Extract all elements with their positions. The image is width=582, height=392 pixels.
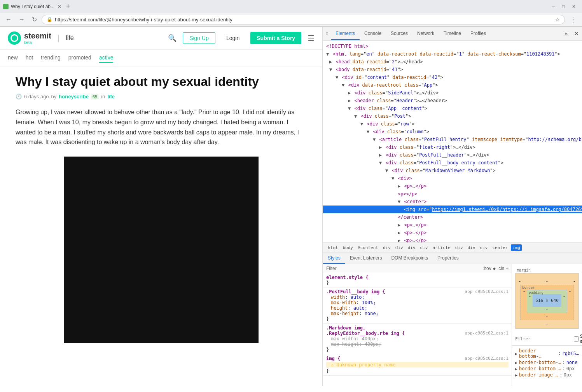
tree-line-center-close[interactable]: </center> <box>323 213 582 221</box>
close-window-button[interactable]: ✕ <box>569 3 579 10</box>
tree-line-div-app[interactable]: ▼ <div data-reactroot class="App"> <box>323 81 582 89</box>
tree-line-p1[interactable]: ▶ <p>…</p> <box>323 182 582 190</box>
life-link[interactable]: life <box>66 35 73 42</box>
bc-content[interactable]: #content <box>356 244 380 251</box>
new-tab-button[interactable]: + <box>66 2 70 10</box>
sub-tab-properties[interactable]: Properties <box>433 253 463 264</box>
bp-triangle-1[interactable]: ▶ <box>515 352 517 356</box>
tree-line-html[interactable]: ▼ <html lang="en" data-reactroot data-re… <box>323 50 582 58</box>
html-tree[interactable]: <!DOCTYPE html> ▼ <html lang="en" data-r… <box>323 41 582 243</box>
devtools-close-button[interactable]: ✕ <box>571 27 582 40</box>
triangle-head[interactable]: ▶ <box>329 59 332 64</box>
sub-tab-dom-breakpoints[interactable]: DOM Breakpoints <box>386 253 433 264</box>
tree-line-body[interactable]: ▼ <body data-reactid="41"> <box>323 66 582 73</box>
tree-line-postfull-header[interactable]: ▶ <div class="PostFull__header">…</div> <box>323 151 582 159</box>
tree-line-float-right[interactable]: ▶ <div class="float-right">…</div> <box>323 143 582 151</box>
tree-line-head[interactable]: ▶ <head data-reactid="2">…</head> <box>323 58 582 66</box>
show-all-checkbox[interactable] <box>574 336 579 341</box>
add-rule-button[interactable]: + <box>506 266 509 271</box>
bc-div1[interactable]: div <box>381 244 392 251</box>
tree-line-article[interactable]: ▼ <article class="PostFull hentry" items… <box>323 136 582 143</box>
bc-div7[interactable]: div <box>479 244 489 251</box>
bookmark-button[interactable]: ☆ <box>555 17 560 23</box>
triangle-html[interactable]: ▼ <box>326 51 329 57</box>
markdown-img-source[interactable]: app-c985c02…css:1 <box>465 331 509 336</box>
bp-triangle-3[interactable]: ▶ <box>515 367 517 371</box>
bc-div3[interactable]: div <box>406 244 417 251</box>
tab-active[interactable]: active <box>99 53 114 63</box>
tab-trending[interactable]: trending <box>41 53 61 63</box>
tree-line-p-empty1[interactable]: <p></p> <box>323 190 582 198</box>
bc-div6[interactable]: div <box>466 244 477 251</box>
tree-line-inner-div[interactable]: ▼ <div> <box>323 174 582 182</box>
devtools-tab-sources[interactable]: Sources <box>386 28 412 40</box>
browser-menu-button[interactable]: ⋮ <box>567 14 579 24</box>
forward-button[interactable]: → <box>16 15 27 24</box>
tree-line-column[interactable]: ▼ <div class="column"> <box>323 128 582 136</box>
bp-triangle-4[interactable]: ▶ <box>515 373 517 377</box>
tree-line-p4[interactable]: ▶ <p>…</p> <box>323 237 582 243</box>
hamburger-menu-button[interactable]: ☰ <box>308 33 315 43</box>
img-src-link[interactable]: https://img1.steemi…/0x0/https://i.imgsa… <box>432 207 582 212</box>
img-source[interactable]: app-c985c02…css:1 <box>465 356 509 361</box>
maximize-button[interactable]: □ <box>559 3 568 10</box>
browser-tab[interactable]: Why I stay quiet ab... <box>3 4 54 9</box>
tree-line-p3[interactable]: ▶ <p>…</p> <box>323 229 582 237</box>
tree-line-p2[interactable]: ▶ <p>…</p> <box>323 221 582 229</box>
devtools-tab-network[interactable]: Network <box>412 28 439 40</box>
tree-line-doctype[interactable]: <!DOCTYPE html> <box>323 42 582 50</box>
bp-triangle-2[interactable]: ▶ <box>515 361 517 365</box>
author-link[interactable]: honeyscribe <box>59 94 89 99</box>
category-link[interactable]: life <box>107 94 115 99</box>
content-size: 516 × 640 <box>535 298 559 303</box>
tab-new[interactable]: new <box>8 53 18 63</box>
devtools-more-button[interactable]: » <box>561 28 571 40</box>
devtools-tab-elements[interactable]: Elements <box>331 28 360 40</box>
hov-button[interactable]: :hov <box>482 266 491 271</box>
tab-hot[interactable]: hot <box>26 53 33 63</box>
tree-line-sidepanel[interactable]: ▶ <div class="SidePanel">…</div> <box>323 89 582 97</box>
url-bar[interactable]: 🔒 https://steemit.com/life/@honeyscribe/… <box>42 15 565 24</box>
devtools-drag-handle[interactable]: ⠿ <box>323 28 331 39</box>
devtools-tab-timeline[interactable]: Timeline <box>439 28 466 40</box>
bc-article[interactable]: article <box>431 244 452 251</box>
tree-line-postfull-body[interactable]: ▼ <div class="PostFull__body entry-conte… <box>323 159 582 167</box>
devtools-tab-profiles[interactable]: Profiles <box>466 28 491 40</box>
bc-div2[interactable]: div <box>394 244 405 251</box>
border-bottom-width-row: ▶ border-bottom-… : 0px <box>515 366 579 371</box>
devtools-tab-console[interactable]: Console <box>360 28 386 40</box>
bc-center[interactable]: center <box>491 244 509 251</box>
tree-line-markdown[interactable]: ▼ <div class="MarkdownViewer Markdown"> <box>323 167 582 174</box>
border-filter-input[interactable] <box>515 336 572 341</box>
bc-body[interactable]: body <box>341 244 355 251</box>
bc-div4[interactable]: div <box>419 244 430 251</box>
sign-up-button[interactable]: Sign Up <box>183 32 215 44</box>
reload-button[interactable]: ↻ <box>30 15 39 24</box>
sub-tab-event-listeners[interactable]: Event Listeners <box>345 253 387 264</box>
bp-value-3: 0px <box>566 366 575 371</box>
tree-line-post[interactable]: ▼ <div class="Post"> <box>323 112 582 120</box>
tree-line-img-selected[interactable]: <img src="https://img1.steemi…/0x0/https… <box>323 206 582 213</box>
tree-line-row[interactable]: ▼ <div class="row"> <box>323 120 582 128</box>
tab-promoted[interactable]: promoted <box>68 53 91 63</box>
tree-line-center1[interactable]: ▼ <center> <box>323 198 582 206</box>
tab-close-button[interactable]: ✕ <box>58 4 61 9</box>
devtools-sub-tabs: Styles Event Listeners DOM Breakpoints P… <box>323 253 582 264</box>
bc-html[interactable]: html <box>326 244 340 251</box>
styles-filter-input[interactable] <box>326 266 480 271</box>
minimize-button[interactable]: ─ <box>549 3 558 10</box>
logo-icon <box>8 31 21 45</box>
login-button[interactable]: Login <box>222 33 244 44</box>
sub-tab-styles[interactable]: Styles <box>323 253 345 264</box>
tree-line-div-content[interactable]: ▼ <div id="content" data-reactid="42"> <box>323 73 582 81</box>
tree-line-app-content[interactable]: ▼ <div class="App__content"> <box>323 105 582 112</box>
back-button[interactable]: ← <box>3 15 14 24</box>
search-button[interactable]: 🔍 <box>168 34 177 42</box>
submit-story-button[interactable]: Submit a Story <box>250 32 301 44</box>
cls-button[interactable]: .cls <box>497 266 504 271</box>
tree-line-header[interactable]: ▶ <header class="Header">…</header> <box>323 97 582 105</box>
bc-img[interactable]: img <box>511 244 522 251</box>
bc-div5[interactable]: div <box>454 244 465 251</box>
padding-left: - <box>529 294 531 307</box>
postfull-body-img-source[interactable]: app-c985c02…css:1 <box>465 289 509 294</box>
